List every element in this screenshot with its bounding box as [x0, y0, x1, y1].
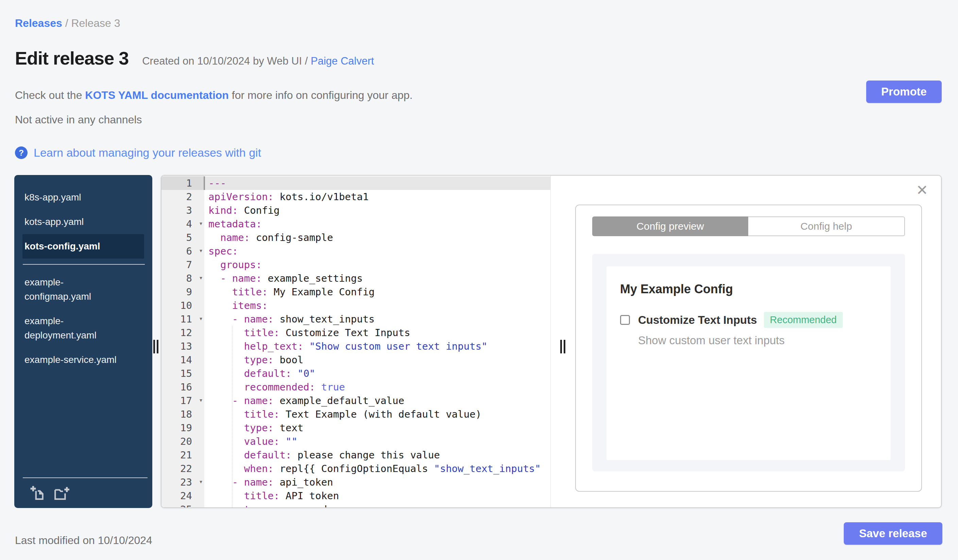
- editor-line[interactable]: 12 title: Customize Text Inputs: [162, 326, 550, 340]
- line-number: 24: [162, 489, 204, 503]
- config-item-help-text: Show custom user text inputs: [638, 334, 891, 347]
- editor-line[interactable]: 25 type: password: [162, 503, 550, 507]
- code-text: ---: [204, 176, 226, 190]
- fold-arrow-icon[interactable]: ▾: [199, 312, 203, 325]
- editor-line[interactable]: 22 when: repl{{ ConfigOptionEquals "show…: [162, 462, 550, 475]
- indent-guide: [232, 326, 233, 507]
- kots-yaml-doc-link[interactable]: KOTS YAML documentation: [85, 89, 229, 101]
- code-text: name: config-sample: [204, 231, 333, 244]
- file-item[interactable]: example-service.yaml: [22, 348, 144, 372]
- tab-config-help[interactable]: Config help: [748, 217, 905, 236]
- editor-line[interactable]: 11▾ - name: show_text_inputs: [162, 312, 550, 326]
- code-text: items:: [204, 299, 268, 312]
- breadcrumb-releases-link[interactable]: Releases: [15, 17, 62, 29]
- code-text: type: text: [204, 421, 303, 435]
- editor-line[interactable]: 7 groups:: [162, 258, 550, 272]
- editor-line[interactable]: 17▾ - name: example_default_value: [162, 394, 550, 407]
- left-resize-handle[interactable]: [153, 340, 160, 355]
- code-text: help_text: "Show custom user text inputs…: [204, 340, 487, 353]
- promote-button[interactable]: Promote: [866, 81, 942, 103]
- right-resize-handle[interactable]: [560, 340, 567, 355]
- fold-arrow-icon[interactable]: ▾: [199, 217, 203, 230]
- help-question-icon[interactable]: ?: [15, 146, 27, 159]
- editor-line[interactable]: 14 type: bool: [162, 353, 550, 367]
- code-text: type: password: [204, 503, 327, 507]
- save-release-button[interactable]: Save release: [844, 522, 942, 545]
- file-item[interactable]: kots-app.yaml: [22, 210, 144, 234]
- line-number: 9: [162, 285, 204, 299]
- code-text: apiVersion: kots.io/v1beta1: [204, 190, 368, 204]
- file-item[interactable]: example-configmap.yaml: [22, 270, 144, 309]
- editor-line[interactable]: 1---: [162, 176, 550, 190]
- editor-panel: 1---2apiVersion: kots.io/v1beta13kind: C…: [161, 175, 942, 508]
- line-number: 13: [162, 340, 204, 353]
- line-number: 23▾: [162, 475, 204, 489]
- fold-arrow-icon[interactable]: ▾: [199, 475, 203, 488]
- fold-arrow-icon[interactable]: ▾: [199, 393, 203, 407]
- sidebar-divider: [23, 264, 145, 265]
- editor-line[interactable]: 21 default: please change this value: [162, 448, 550, 462]
- doc-line: Check out the KOTS YAML documentation fo…: [15, 89, 413, 101]
- fold-arrow-icon[interactable]: ▾: [199, 244, 203, 257]
- file-sidebar: k8s-app.yamlkots-app.yamlkots-config.yam…: [14, 175, 152, 508]
- config-item-label: Customize Text Inputs: [638, 314, 757, 327]
- tab-config-preview[interactable]: Config preview: [592, 217, 748, 236]
- release-workspace: k8s-app.yamlkots-app.yamlkots-config.yam…: [14, 175, 942, 508]
- file-item[interactable]: k8s-app.yaml: [22, 185, 144, 210]
- code-text: title: API token: [204, 489, 339, 503]
- editor-line[interactable]: 4▾metadata:: [162, 217, 550, 231]
- line-number: 20: [162, 435, 204, 448]
- editor-line[interactable]: 3kind: Config: [162, 204, 550, 217]
- editor-line[interactable]: 20 value: "": [162, 435, 550, 448]
- new-folder-icon[interactable]: [53, 484, 70, 501]
- line-number: 4▾: [162, 217, 204, 231]
- edit-release-page: Releases / Release 3 Edit release 3 Crea…: [0, 0, 958, 560]
- line-number: 2: [162, 190, 204, 204]
- file-item[interactable]: example-deployment.yaml: [22, 309, 144, 348]
- code-text: value: "": [204, 435, 297, 448]
- code-text: - name: show_text_inputs: [204, 312, 374, 326]
- line-number: 17▾: [162, 394, 204, 407]
- editor-line[interactable]: 8▾ - name: example_settings: [162, 272, 550, 285]
- editor-line[interactable]: 13 help_text: "Show custom user text inp…: [162, 340, 550, 353]
- config-render-area: My Example Config Customize Text Inputs …: [592, 254, 905, 471]
- created-text: Created on 10/10/2024 by Web UI / Paige …: [142, 55, 374, 67]
- code-editor[interactable]: 1---2apiVersion: kots.io/v1beta13kind: C…: [162, 176, 551, 507]
- code-text: - name: api_token: [204, 475, 333, 489]
- editor-line[interactable]: 23▾ - name: api_token: [162, 475, 550, 489]
- editor-line[interactable]: 9 title: My Example Config: [162, 285, 550, 299]
- git-help-link[interactable]: Learn about managing your releases with …: [34, 146, 261, 159]
- code-text: groups:: [204, 258, 262, 272]
- editor-line[interactable]: 6▾spec:: [162, 244, 550, 258]
- editor-line[interactable]: 24 title: API token: [162, 489, 550, 503]
- editor-line[interactable]: 16 recommended: true: [162, 380, 550, 394]
- file-list: k8s-app.yamlkots-app.yamlkots-config.yam…: [14, 175, 152, 478]
- fold-arrow-icon[interactable]: ▾: [199, 271, 203, 285]
- editor-line[interactable]: 5 name: config-sample: [162, 231, 550, 244]
- line-number: 18: [162, 407, 204, 421]
- line-number: 16: [162, 380, 204, 394]
- preview-tabs: Config previewConfig help: [592, 217, 905, 236]
- breadcrumb-current: Release 3: [71, 17, 120, 29]
- code-text: title: My Example Config: [204, 285, 374, 299]
- editor-line[interactable]: 2apiVersion: kots.io/v1beta1: [162, 190, 550, 204]
- new-file-icon[interactable]: [29, 484, 46, 501]
- line-number: 1: [162, 176, 204, 190]
- code-text: kind: Config: [204, 204, 280, 217]
- editor-line[interactable]: 10 items:: [162, 299, 550, 312]
- config-item-checkbox[interactable]: [620, 315, 630, 325]
- author-link[interactable]: Paige Calvert: [311, 55, 374, 67]
- config-group-card: My Example Config Customize Text Inputs …: [606, 266, 891, 460]
- breadcrumb-separator: /: [65, 17, 71, 29]
- close-icon[interactable]: ✕: [916, 183, 928, 198]
- editor-line[interactable]: 18 title: Text Example (with default val…: [162, 407, 550, 421]
- config-preview-card: Config previewConfig help My Example Con…: [575, 204, 922, 492]
- code-text: type: bool: [204, 353, 303, 367]
- editor-line[interactable]: 19 type: text: [162, 421, 550, 435]
- line-number: 7: [162, 258, 204, 272]
- code-text: title: Text Example (with default value): [204, 407, 481, 421]
- line-number: 25: [162, 503, 204, 507]
- breadcrumb: Releases / Release 3: [15, 17, 121, 30]
- file-item[interactable]: kots-config.yaml: [22, 234, 144, 259]
- editor-line[interactable]: 15 default: "0": [162, 367, 550, 380]
